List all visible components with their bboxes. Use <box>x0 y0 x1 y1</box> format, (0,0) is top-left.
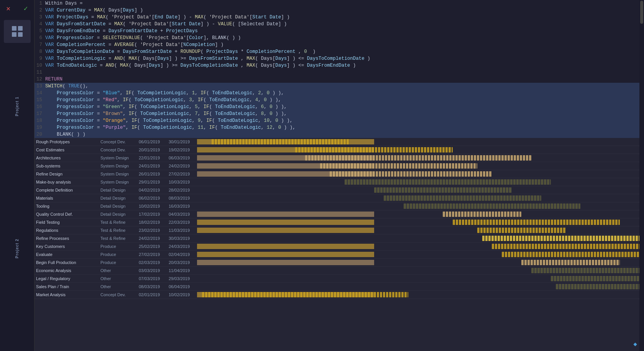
line-content: VAR CompletionPercent = AVERAGE( 'Projec… <box>45 41 639 48</box>
phase-name: Produce <box>99 259 137 266</box>
end-date: 24/03/2019 <box>167 243 197 249</box>
gantt-bar-container <box>197 194 639 202</box>
start-date: 17/02/2019 <box>137 211 167 217</box>
start-date: 24/02/2019 <box>137 235 167 241</box>
scrollbar-thumb[interactable] <box>640 1 643 24</box>
task-name: Complete Definition <box>34 187 99 193</box>
gantt-bar-container <box>197 210 639 218</box>
line-content: VAR ProjectDays = MAX( 'Project Data'[En… <box>45 14 639 21</box>
phase-name: Detail Design <box>99 187 137 193</box>
phase-name: System Design <box>99 171 137 177</box>
code-line-17: 17 ProgressColor = "Brown", IF( ToComple… <box>34 110 639 117</box>
line-number: 11 <box>34 69 45 76</box>
task-name: Cost Estimates <box>34 147 99 153</box>
line-content: VAR ToEndDateLogic = AND( MAX( Days[Days… <box>45 62 639 69</box>
end-date: 04/03/2019 <box>167 211 197 217</box>
line-number: 6 <box>34 34 45 41</box>
line-number: 7 <box>34 41 45 48</box>
start-date: 08/03/2019 <box>137 284 167 290</box>
start-date: 03/03/2019 <box>137 267 167 274</box>
code-line-5: 5VAR DaysFromEndDate = DaysFromStartDate… <box>34 28 639 34</box>
gantt-bar <box>384 195 541 201</box>
table-row: Field TestingTest & Refine18/02/201922/0… <box>34 218 639 226</box>
phase-name: Test & Refine <box>99 227 137 233</box>
line-number: 8 <box>34 48 45 55</box>
end-date: 30/01/2019 <box>167 139 197 145</box>
gantt-bar-container <box>197 138 639 146</box>
code-line-13: 13SWITCH( TRUE(), <box>34 83 639 90</box>
line-content: VAR DaysFromStartDate = MAX( 'Project Da… <box>45 21 639 28</box>
gantt-bar <box>404 203 581 209</box>
gantt-bar-container <box>197 170 639 178</box>
task-name: Quality Control Def. <box>34 211 99 217</box>
line-content: ProgressColor = "Purple", IF( ToCompleti… <box>45 124 639 131</box>
code-editor[interactable]: 1Within Days =2VAR CurrentDay = MAX( Day… <box>34 0 639 138</box>
code-line-10: 10VAR ToEndDateLogic = AND( MAX( Days[Da… <box>34 62 639 69</box>
task-name: Sub-systems <box>34 163 99 169</box>
end-date: 02/04/2019 <box>167 251 197 258</box>
table-row: ToolingDetail Design10/02/201916/03/2019 <box>34 202 639 210</box>
gantt-bar-container <box>197 154 639 162</box>
task-name: Begin Full Production <box>34 259 99 266</box>
end-date: 22/03/2019 <box>167 219 197 225</box>
code-line-12: 12RETURN <box>34 76 639 83</box>
task-name: Regulations <box>34 227 99 233</box>
gantt-bar <box>531 268 639 273</box>
start-date: 23/02/2019 <box>137 227 167 233</box>
code-line-3: 3VAR ProjectDays = MAX( 'Project Data'[E… <box>34 14 639 21</box>
line-number: 17 <box>34 110 45 117</box>
gantt-bar <box>330 171 492 177</box>
code-line-20: 20 BLANK( ) ) <box>34 131 639 138</box>
end-date: 10/02/2019 <box>167 292 197 298</box>
end-date: 11/04/2019 <box>167 267 197 274</box>
start-date: 25/02/2019 <box>137 243 167 249</box>
start-date: 18/02/2019 <box>137 219 167 225</box>
table-row: Economic AnalysisOther03/03/201911/04/20… <box>34 267 639 275</box>
start-date: 07/03/2019 <box>137 276 167 282</box>
code-line-14: 14 ProgressColor = "Blue", IF( ToComplet… <box>34 90 639 97</box>
gantt-bar-container <box>197 283 639 290</box>
gantt-bar-container <box>197 178 639 186</box>
phase-name: Detail Design <box>99 195 137 201</box>
start-date: 02/03/2019 <box>137 259 167 266</box>
line-content: VAR DaysFromEndDate = DaysFromStartDate … <box>45 28 639 34</box>
start-date: 04/02/2019 <box>137 187 167 193</box>
table-row: Quality Control Def.Detail Design17/02/2… <box>34 210 639 218</box>
phase-name: Other <box>99 267 137 274</box>
end-date: 27/02/2019 <box>167 171 197 177</box>
vertical-scrollbar[interactable] <box>639 0 644 351</box>
table-row: Market AnalysisConcept Dev.02/01/201910/… <box>34 291 639 299</box>
gantt-bar <box>492 244 639 249</box>
line-number: 20 <box>34 131 45 138</box>
gantt-bar-container <box>197 291 639 299</box>
line-number: 5 <box>34 28 45 34</box>
task-name: Architectures <box>34 155 99 161</box>
phase-name: System Design <box>99 155 137 161</box>
phase-name: Other <box>99 276 137 282</box>
line-content: BLANK( ) ) <box>45 131 639 138</box>
gantt-bar <box>453 220 620 225</box>
svg-rect-3 <box>18 32 23 37</box>
gantt-bar <box>556 284 639 289</box>
confirm-button[interactable]: ✓ <box>18 2 34 15</box>
line-content: ProgressColor = "Blue", IF( ToCompletion… <box>45 90 639 97</box>
line-number: 2 <box>34 7 45 14</box>
phase-name: Produce <box>99 243 137 249</box>
start-date: 26/01/2019 <box>137 171 167 177</box>
task-name: Sales Plan / Train <box>34 284 99 290</box>
end-date: 24/02/2019 <box>167 163 197 169</box>
close-button[interactable]: ✕ <box>0 2 17 15</box>
line-number: 13 <box>34 83 45 90</box>
line-number: 16 <box>34 103 45 110</box>
line-number: 10 <box>34 62 45 69</box>
start-date: 29/01/2019 <box>137 179 167 185</box>
svg-rect-0 <box>12 26 16 31</box>
line-content: SWITCH( TRUE(), <box>45 83 639 90</box>
sidebar: ✕ ✓ Project 1 Project 2 <box>0 0 34 351</box>
gantt-bar-container <box>197 146 639 154</box>
start-date: 24/01/2019 <box>137 163 167 169</box>
task-name: Make-buy analysis <box>34 179 99 185</box>
table-row: Sales Plan / TrainOther08/03/201906/04/2… <box>34 283 639 291</box>
line-number: 4 <box>34 21 45 28</box>
task-name: Key Customers <box>34 243 99 249</box>
